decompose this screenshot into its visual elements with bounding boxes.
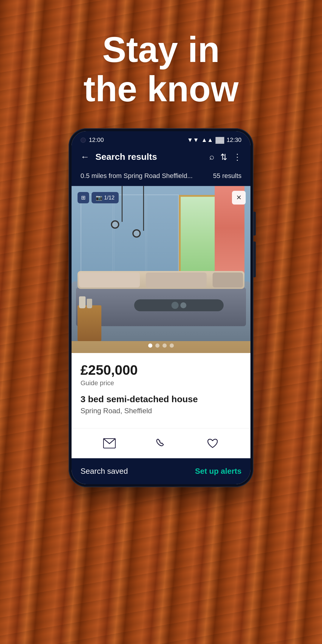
back-button[interactable]: ← bbox=[80, 152, 89, 162]
search-summary-bar: 0.5 miles from Spring Road Sheffield... … bbox=[72, 167, 250, 186]
save-button[interactable] bbox=[202, 434, 223, 452]
search-icon[interactable]: ⌕ bbox=[209, 152, 214, 162]
time-right: 12:30 bbox=[227, 137, 242, 143]
floorplan-badge[interactable]: ⊞ bbox=[78, 192, 89, 203]
property-type: 3 bed semi-detached house bbox=[80, 394, 242, 404]
hero-title: Stay in the know bbox=[0, 30, 322, 109]
vases bbox=[79, 293, 100, 308]
image-dots bbox=[148, 343, 174, 348]
property-address: Spring Road, Sheffield bbox=[80, 407, 242, 415]
camera-dot bbox=[80, 137, 86, 143]
search-location: 0.5 miles from Spring Road Sheffield... bbox=[80, 172, 193, 180]
dot-3 bbox=[162, 343, 167, 348]
wifi-icon: ▼▼ bbox=[187, 137, 199, 143]
camera-icon: 📷 bbox=[96, 194, 102, 201]
phone-button[interactable] bbox=[151, 434, 171, 452]
email-button[interactable] bbox=[99, 434, 120, 452]
action-row bbox=[72, 428, 250, 458]
more-icon[interactable]: ⋮ bbox=[233, 152, 242, 162]
phone-screen: 12:00 ▼▼ ▲▲ ▓▓ 12:30 ← Search results ⌕ … bbox=[72, 131, 250, 484]
pendant-light-1 bbox=[111, 220, 119, 229]
property-details: £250,000 Guide price 3 bed semi-detached… bbox=[72, 353, 250, 428]
nightstand bbox=[78, 305, 101, 341]
signal-icon: ▲▲ bbox=[201, 137, 213, 143]
image-badges: ⊞ 📷 1/12 bbox=[78, 192, 119, 203]
property-card[interactable]: ⊞ 📷 1/12 ✕ bbox=[72, 186, 250, 458]
saved-bar: Search saved Set up alerts bbox=[72, 458, 250, 484]
dot-4 bbox=[170, 343, 174, 348]
nav-bar: ← Search results ⌕ ⇅ ⋮ bbox=[72, 146, 250, 167]
property-image: ⊞ 📷 1/12 ✕ bbox=[72, 186, 250, 353]
hero-section: Stay in the know bbox=[0, 30, 322, 109]
dot-2 bbox=[155, 343, 160, 348]
photo-count: 1/12 bbox=[104, 195, 114, 201]
property-price: £250,000 bbox=[80, 362, 242, 378]
status-left: 12:00 bbox=[80, 137, 104, 143]
pendant-wire-2 bbox=[143, 186, 144, 231]
price-type: Guide price bbox=[80, 379, 242, 387]
status-right: ▼▼ ▲▲ ▓▓ 12:30 bbox=[187, 137, 242, 143]
battery-icon: ▓▓ bbox=[216, 137, 224, 143]
phone-container: 12:00 ▼▼ ▲▲ ▓▓ 12:30 ← Search results ⌕ … bbox=[69, 128, 253, 487]
pillows bbox=[78, 271, 244, 289]
phone-frame: 12:00 ▼▼ ▲▲ ▓▓ 12:30 ← Search results ⌕ … bbox=[69, 128, 253, 487]
bedroom-scene bbox=[72, 186, 250, 353]
dot-1 bbox=[148, 343, 152, 348]
close-button[interactable]: ✕ bbox=[232, 191, 246, 205]
pendant-light-2 bbox=[132, 229, 141, 238]
sort-icon[interactable]: ⇅ bbox=[220, 152, 227, 162]
search-count: 55 results bbox=[213, 172, 242, 180]
time-left: 12:00 bbox=[89, 137, 104, 143]
saved-text: Search saved bbox=[80, 467, 128, 476]
pendant-wire-1 bbox=[122, 186, 123, 222]
tray bbox=[134, 299, 224, 311]
status-bar: 12:00 ▼▼ ▲▲ ▓▓ 12:30 bbox=[72, 131, 250, 146]
photo-count-badge[interactable]: 📷 1/12 bbox=[92, 192, 119, 203]
setup-alerts-button[interactable]: Set up alerts bbox=[195, 467, 242, 476]
page-title: Search results bbox=[95, 152, 203, 162]
